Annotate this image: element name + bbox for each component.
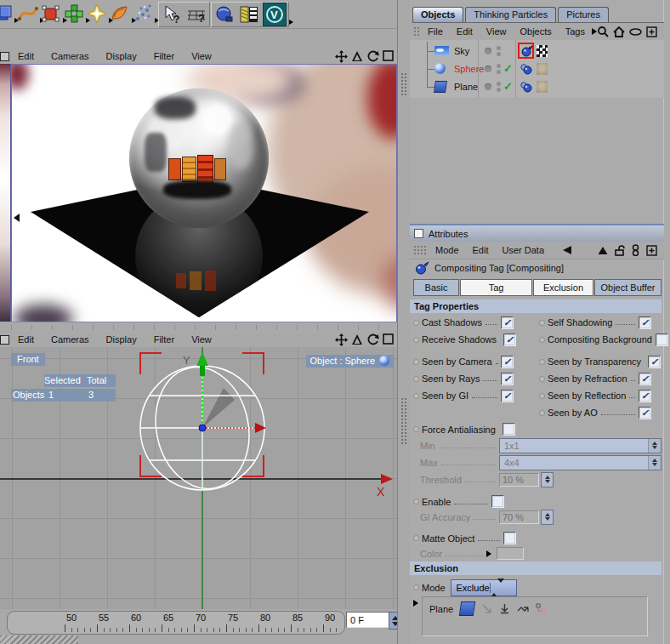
exclude-flag-icon[interactable] <box>517 604 529 614</box>
seen-by-camera-checkbox[interactable]: ✓ <box>501 356 514 368</box>
object-label-selected[interactable]: Sphere <box>454 64 484 74</box>
render-settings-icon[interactable] <box>238 3 260 26</box>
resize-grip[interactable] <box>0 635 78 644</box>
om-menu-view[interactable]: View <box>480 26 514 37</box>
vp1-menu-display[interactable]: Display <box>98 51 145 61</box>
vp1-menu-view[interactable]: View <box>183 51 220 61</box>
seen-by-transparency-checkbox[interactable]: ✓ <box>648 356 661 368</box>
cast-shadows-checkbox[interactable]: ✓ <box>501 316 514 329</box>
search-icon[interactable] <box>597 26 609 37</box>
threshold-field[interactable]: 10 % <box>499 473 539 487</box>
vp2-menu-edit[interactable]: Edit <box>9 334 43 345</box>
tab-object-buffer[interactable]: Object Buffer <box>594 279 661 296</box>
array-icon[interactable] <box>63 3 85 25</box>
object-row-sky[interactable]: Sky <box>410 42 664 60</box>
back-icon[interactable] <box>562 245 572 255</box>
editor-visibility-dot[interactable] <box>485 48 491 54</box>
expand-color-icon[interactable] <box>486 550 491 557</box>
enabled-check[interactable]: ✓ <box>503 62 513 75</box>
threshold-spinner[interactable] <box>541 472 554 487</box>
menubar-grip[interactable] <box>413 26 419 37</box>
gi-accuracy-spinner[interactable] <box>541 510 554 525</box>
shell-icon[interactable] <box>109 3 131 25</box>
lock-icon[interactable] <box>615 245 625 256</box>
om-menu-edit[interactable]: Edit <box>450 26 480 37</box>
help-surface-icon[interactable]: ? <box>185 3 207 26</box>
rotate-icon[interactable] <box>366 50 379 63</box>
particles-icon[interactable] <box>132 3 154 25</box>
exclusion-item-plane[interactable]: Plane <box>423 597 647 616</box>
object-row-plane[interactable]: Plane ✓ <box>410 77 664 95</box>
add-panel-icon[interactable] <box>646 245 657 256</box>
self-shadowing-checkbox[interactable]: ✓ <box>639 316 651 329</box>
vp1-menu-filter[interactable]: Filter <box>145 51 183 61</box>
attr-menu-userdata[interactable]: User Data <box>496 245 552 255</box>
maximize-icon[interactable] <box>383 50 394 63</box>
dolly-icon[interactable] <box>351 333 363 346</box>
render-visibility-dots[interactable] <box>497 82 501 92</box>
matte-object-checkbox[interactable] <box>503 532 516 544</box>
visibility-icon[interactable] <box>629 28 642 36</box>
divider-grip[interactable] <box>400 397 407 445</box>
editor-visibility-dot[interactable] <box>485 83 491 90</box>
enabled-check[interactable]: ✓ <box>503 80 513 93</box>
tab-basic[interactable]: Basic <box>413 279 459 296</box>
tab-pictures[interactable]: Pictures <box>558 7 609 22</box>
vp1-menu-cameras[interactable]: Cameras <box>43 51 98 61</box>
object-label[interactable]: Sky <box>454 46 469 56</box>
enable-checkbox[interactable] <box>491 495 504 508</box>
divider-grip[interactable] <box>400 72 407 96</box>
compositing-tag-icon[interactable] <box>520 44 532 57</box>
compositing-tag-icon[interactable] <box>520 62 532 75</box>
maximize-icon[interactable] <box>383 333 394 346</box>
vp2-menu-filter[interactable]: Filter <box>145 334 183 345</box>
editor-visibility-dot[interactable] <box>485 66 491 72</box>
receive-shadows-checkbox[interactable]: ✓ <box>503 333 516 346</box>
pan-icon[interactable] <box>335 333 348 346</box>
exclusion-list[interactable]: Plane <box>422 596 648 636</box>
edit-mesh-icon[interactable] <box>40 3 62 25</box>
dolly-icon[interactable] <box>351 50 363 63</box>
compositing-background-checkbox[interactable] <box>656 333 668 346</box>
render-visibility-dots[interactable] <box>497 46 501 56</box>
object-row-sphere[interactable]: Sphere ✓ <box>410 60 664 77</box>
texture-tag-icon[interactable] <box>536 62 548 75</box>
exclude-flag-icon[interactable] <box>499 603 510 614</box>
up-icon[interactable] <box>598 246 608 255</box>
viewport1-bottom-strip[interactable] <box>11 322 397 332</box>
vray-icon[interactable]: V <box>263 3 287 26</box>
object-label[interactable]: Plane <box>454 82 478 92</box>
max-dropdown[interactable]: 4x4 <box>499 455 661 470</box>
seen-by-refraction-checkbox[interactable]: ✓ <box>639 373 651 385</box>
tab-thinking-particles[interactable]: Thinking Particles <box>465 7 556 22</box>
panel-pin-icon[interactable] <box>414 229 423 238</box>
render-viewport[interactable] <box>11 64 397 322</box>
axis-cross-icon[interactable] <box>86 3 108 25</box>
compositing-tag-icon[interactable] <box>520 80 532 93</box>
gi-accuracy-field[interactable]: 70 % <box>499 510 539 524</box>
exclusion-mode-dropdown[interactable]: Exclude <box>451 579 517 596</box>
om-menu-objects[interactable]: Objects <box>513 26 558 37</box>
current-frame-field[interactable]: 0 F <box>346 612 392 628</box>
history-icon[interactable] <box>632 244 639 256</box>
home-icon[interactable] <box>613 26 625 37</box>
vp2-menu-cameras[interactable]: Cameras <box>43 334 98 345</box>
force-antialiasing-checkbox[interactable] <box>503 423 515 436</box>
render-view-icon[interactable] <box>213 3 236 26</box>
spline-icon[interactable] <box>17 3 39 25</box>
render-visibility-dots[interactable] <box>497 64 501 74</box>
vp1-menu-edit[interactable]: Edit <box>9 51 43 61</box>
exclude-flag-icon[interactable] <box>481 603 492 614</box>
seen-by-rays-checkbox[interactable]: ✓ <box>501 373 514 385</box>
seen-by-ao-checkbox[interactable]: ✓ <box>639 407 651 419</box>
cube-icon[interactable] <box>0 3 14 25</box>
menubar-grip[interactable] <box>413 245 427 256</box>
tab-exclusion[interactable]: Exclusion <box>533 279 593 296</box>
tab-objects[interactable]: Objects <box>412 7 463 22</box>
texture-tag-icon[interactable] <box>536 80 548 93</box>
color-swatch[interactable] <box>497 547 524 560</box>
seen-by-gi-checkbox[interactable]: ✓ <box>501 390 514 402</box>
tab-tag[interactable]: Tag <box>460 279 532 296</box>
exclude-flag-icon[interactable] <box>536 603 547 614</box>
help-cursor-icon[interactable]: ? <box>161 3 183 26</box>
